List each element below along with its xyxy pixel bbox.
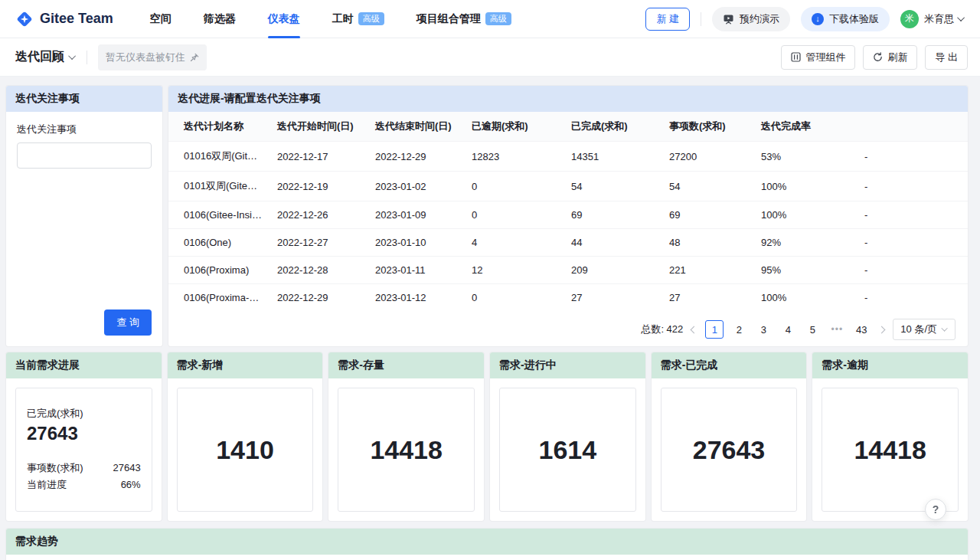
pin-placeholder-label: 暂无仪表盘被钉住 (106, 51, 185, 64)
iteration-focus-panel: 迭代关注事项 迭代关注事项 查 询 (6, 86, 162, 346)
refresh-button[interactable]: 刷新 (863, 45, 917, 70)
focus-panel-body: 迭代关注事项 查 询 (6, 112, 162, 346)
focus-field-label: 迭代关注事项 (17, 123, 152, 136)
stat-card-overdue: 需求-逾期 14418 (812, 352, 968, 521)
premium-badge: 高级 (358, 12, 384, 25)
export-label: 导 出 (935, 51, 958, 64)
iteration-table: 迭代计划名称 迭代开始时间(日) 迭代结束时间(日) 已逾期(求和) 已完成(求… (168, 112, 968, 313)
prev-page-button[interactable] (689, 327, 699, 332)
toolbar-right: 管理组件 刷新 导 出 (781, 45, 968, 70)
download-button[interactable]: ↓ 下载体验版 (801, 7, 890, 31)
page-button-4[interactable]: 4 (779, 320, 797, 339)
table-row[interactable]: 01016双周(Gitee... 2022-12-17 2022-12-29 1… (168, 142, 968, 172)
col-header[interactable]: 已完成(求和) (564, 112, 662, 142)
page-button-3[interactable]: 3 (754, 320, 773, 339)
panel-title: 迭代进展-请配置迭代关注事项 (168, 86, 968, 112)
page-size-value: 10 条/页 (900, 323, 937, 336)
pinned-dashboards-placeholder[interactable]: 暂无仪表盘被钉住 (98, 44, 207, 70)
brand-name: Gitee Team (40, 11, 113, 27)
focus-input[interactable] (17, 142, 152, 169)
help-button[interactable]: ? (925, 499, 946, 520)
stat-card-in-progress: 需求-进行中 1614 (490, 352, 645, 521)
stat-value: 1614 (539, 435, 597, 465)
cell-plan-name: 0101双周(Gitee-... (168, 172, 270, 201)
dashboard-switcher[interactable]: 迭代回顾 (15, 49, 76, 65)
avatar: 米 (900, 10, 919, 28)
pagination: 总数: 422 1 2 3 4 5 ••• 43 10 条/页 (168, 313, 968, 346)
page-button-2[interactable]: 2 (730, 320, 748, 339)
download-button-label: 下载体验版 (829, 12, 879, 26)
metric-row: 事项数(求和) 27643 (27, 460, 141, 476)
table-row[interactable]: 0106(Proxima) 2022-12-28 2023-01-11 12 2… (168, 257, 968, 284)
export-button[interactable]: 导 出 (925, 45, 968, 70)
panel-title: 需求-已完成 (652, 352, 807, 378)
demo-button[interactable]: 预约演示 (712, 7, 790, 31)
table-row[interactable]: 0106(One) 2022-12-27 2023-01-10 4 44 48 … (168, 229, 968, 257)
download-icon: ↓ (812, 13, 824, 25)
nav-item-portfolio[interactable]: 项目组合管理 高级 (416, 0, 511, 38)
page-button-last[interactable]: 43 (852, 320, 871, 339)
query-button[interactable]: 查 询 (104, 309, 152, 336)
refresh-label: 刷新 (887, 51, 907, 64)
stat-value: 27643 (693, 435, 766, 465)
user-menu[interactable]: 米 米育思 (900, 10, 965, 28)
cell-plan-name: 01016双周(Gitee... (168, 142, 270, 172)
toolbar-left: 迭代回顾 暂无仪表盘被钉住 (15, 44, 207, 70)
stat-card-done: 需求-已完成 27643 (652, 352, 807, 521)
demo-button-label: 预约演示 (740, 12, 779, 26)
panel-title: 需求-新增 (168, 352, 323, 378)
next-page-button[interactable] (877, 327, 887, 332)
col-header (857, 112, 968, 142)
total-count: 总数: 422 (641, 323, 683, 336)
iteration-progress-panel: 迭代进展-请配置迭代关注事项 迭代计划名称 迭代开始时间(日) 迭代结束时间(日… (168, 86, 968, 346)
metric-value: 27643 (27, 423, 141, 444)
chevron-down-icon (68, 52, 76, 60)
table-row[interactable]: 0101双周(Gitee-... 2022-12-19 2023-01-02 0… (168, 172, 968, 201)
manage-widgets-button[interactable]: 管理组件 (781, 45, 855, 70)
nav-item-worktime-label: 工时 (332, 12, 354, 26)
dashboard-content: 迭代关注事项 迭代关注事项 查 询 迭代进展-请配置迭代关注事项 迭代计划 (0, 77, 980, 560)
page-button-5[interactable]: 5 (803, 320, 822, 339)
metric-row: 当前进度 66% (27, 476, 141, 493)
nav-item-space[interactable]: 空间 (150, 0, 172, 38)
stat-card-new: 需求-新增 1410 (168, 352, 323, 521)
cell-plan-name: 0106(Gitee-Insig... (168, 201, 270, 229)
widgets-grid-icon (791, 52, 801, 62)
panel-title: 当前需求进展 (6, 352, 162, 378)
user-name: 米育思 (924, 12, 954, 26)
page-button-1[interactable]: 1 (705, 320, 724, 339)
top-row: 迭代关注事项 迭代关注事项 查 询 迭代进展-请配置迭代关注事项 迭代计划 (6, 86, 968, 346)
stat-value: 1410 (216, 435, 274, 465)
col-header[interactable]: 已逾期(求和) (464, 112, 564, 142)
cell-plan-name: 0106(Proxima) (168, 257, 270, 284)
nav-item-portfolio-label: 项目组合管理 (416, 12, 481, 26)
panel-title: 需求-逾期 (812, 352, 968, 378)
manage-widgets-label: 管理组件 (805, 51, 845, 64)
cell-plan-name: 0106(One) (168, 229, 270, 257)
col-header[interactable]: 迭代结束时间(日) (368, 112, 464, 142)
col-header[interactable]: 迭代完成率 (753, 112, 857, 142)
new-button[interactable]: 新 建 (645, 8, 690, 31)
stat-cards-row: 当前需求进展 已完成(求和) 27643 事项数(求和) 27643 当前进度 … (6, 352, 968, 521)
cell-plan-name: 0106(Proxima-Ap... (168, 284, 270, 312)
pin-icon (190, 53, 199, 62)
main-nav: 空间 筛选器 仪表盘 工时 高级 项目组合管理 高级 (150, 0, 511, 38)
refresh-icon (873, 52, 883, 62)
col-header[interactable]: 迭代计划名称 (168, 112, 270, 142)
stat-card-body: 已完成(求和) 27643 事项数(求和) 27643 当前进度 66% (6, 378, 162, 521)
more-pages-button[interactable]: ••• (828, 320, 846, 339)
col-header[interactable]: 迭代开始时间(日) (270, 112, 368, 142)
nav-item-worktime[interactable]: 工时 高级 (332, 0, 384, 38)
brand[interactable]: Gitee Team (15, 10, 113, 28)
col-header[interactable]: 事项数(求和) (662, 112, 753, 142)
panel-title: 需求-进行中 (490, 352, 645, 378)
table-row[interactable]: 0106(Gitee-Insig... 2022-12-26 2023-01-0… (168, 201, 968, 229)
stat-value: 14418 (854, 435, 926, 465)
nav-item-dashboard[interactable]: 仪表盘 (268, 0, 300, 38)
page-size-select[interactable]: 10 条/页 (893, 319, 956, 340)
table-header-row: 迭代计划名称 迭代开始时间(日) 迭代结束时间(日) 已逾期(求和) 已完成(求… (168, 112, 968, 142)
premium-badge: 高级 (485, 12, 511, 25)
table-row[interactable]: 0106(Proxima-Ap... 2022-12-29 2023-01-12… (168, 284, 968, 312)
gitee-team-logo-icon (15, 10, 34, 28)
nav-item-filters[interactable]: 筛选器 (204, 0, 236, 38)
